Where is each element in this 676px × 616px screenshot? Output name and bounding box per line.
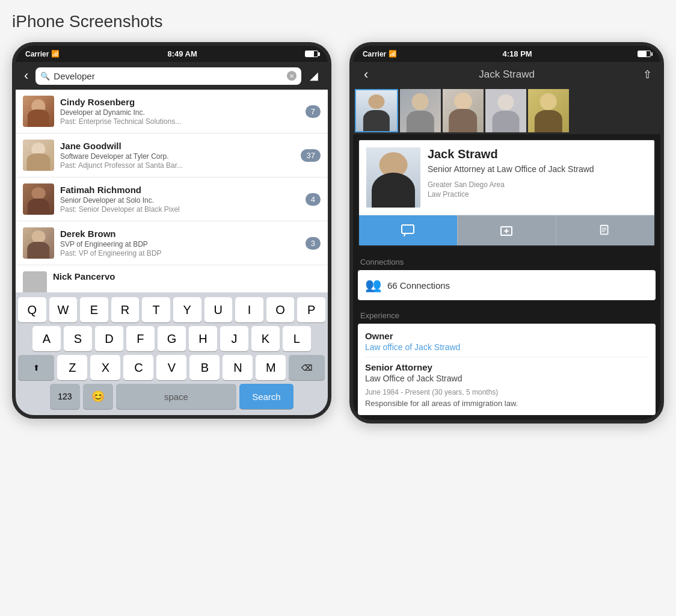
connection-badge-jane: 37 <box>301 149 320 162</box>
contact-name-nick: Nick Pancervo <box>53 271 321 282</box>
search-input-value[interactable]: Developer <box>54 71 283 81</box>
status-bar-2: Carrier 📶 4:18 PM <box>353 46 660 62</box>
contact-title-derek: SVP of Engineering at BDP <box>60 240 300 248</box>
key-k[interactable]: K <box>251 326 280 351</box>
profile-info-main: Jack Strawd Senior Attorney at Law Offic… <box>428 147 647 208</box>
keyboard-row-4: 123 😊 space Search <box>18 384 325 409</box>
search-key[interactable]: Search <box>239 384 293 409</box>
key-e[interactable]: E <box>80 297 108 322</box>
contact-info-nick: Nick Pancervo <box>53 271 321 283</box>
photo-thumb-3[interactable] <box>443 89 484 132</box>
exp-date-2: June 1984 - Present (30 years, 5 months) <box>365 388 648 396</box>
exp-company-suffix-1: of Jack Strawd <box>403 342 461 352</box>
iphone-profile-screen: Carrier 📶 4:18 PM ‹ Jack Strawd ⇧ <box>349 42 664 424</box>
connections-icon: 👥 <box>365 277 381 293</box>
status-bar-1: Carrier 📶 8:49 AM <box>16 46 328 62</box>
key-d[interactable]: D <box>95 326 123 351</box>
contact-item-jane[interactable]: Jane Goodwill Software Developer at Tyle… <box>16 134 328 177</box>
key-t[interactable]: T <box>142 297 170 322</box>
contact-info-derek: Derek Brown SVP of Engineering at BDP Pa… <box>60 229 300 257</box>
key-f[interactable]: F <box>126 326 155 351</box>
filter-icon[interactable]: ◢ <box>306 67 322 85</box>
edit-action-button[interactable] <box>556 215 654 245</box>
search-field-wrapper[interactable]: 🔍 Developer ✕ <box>35 67 301 85</box>
photo-thumb-1[interactable] <box>355 89 398 132</box>
num-key[interactable]: 123 <box>50 384 80 409</box>
key-w[interactable]: W <box>49 297 78 322</box>
photo-thumb-2[interactable] <box>400 89 441 132</box>
add-action-button[interactable] <box>457 215 556 245</box>
photo-thumb-4[interactable] <box>485 89 526 132</box>
key-x[interactable]: X <box>90 355 120 380</box>
key-z[interactable]: Z <box>57 355 87 380</box>
key-n[interactable]: N <box>223 355 253 380</box>
keyboard-row-1: Q W E R T Y U I O P <box>18 297 325 322</box>
contact-name-fatimah: Fatimah Richmond <box>60 185 300 195</box>
contact-info-cindy: Cindy Rosenberg Developer at Dynamic Inc… <box>60 97 300 126</box>
contact-past-fatimah: Past: Senior Developer at Black Pixel <box>60 205 300 214</box>
key-a[interactable]: A <box>32 326 61 351</box>
status-battery-2 <box>638 51 651 57</box>
key-v[interactable]: V <box>156 355 186 380</box>
experience-section-label: Experience <box>353 305 660 324</box>
key-l[interactable]: L <box>283 326 311 351</box>
connections-card[interactable]: 👥 66 Connections <box>358 270 656 300</box>
profile-photo-main <box>366 147 420 208</box>
avatar-cindy <box>23 96 54 127</box>
shift-key[interactable]: ⬆ <box>18 355 54 380</box>
status-time-2: 4:18 PM <box>503 49 532 58</box>
back-button-2[interactable]: ‹ <box>361 67 370 82</box>
profile-name: Jack Strawd <box>428 147 647 161</box>
key-m[interactable]: M <box>256 355 286 380</box>
key-y[interactable]: Y <box>173 297 201 322</box>
avatar-jane <box>23 140 54 171</box>
avatar-nick <box>23 271 47 292</box>
exp-title-1: Owner <box>365 331 648 341</box>
profile-card-top: Jack Strawd Senior Attorney at Law Offic… <box>359 140 654 215</box>
profile-nav-title: Jack Strawd <box>479 69 535 81</box>
contact-past-derek: Past: VP of Engineering at BDP <box>60 249 300 257</box>
space-key[interactable]: space <box>116 384 236 409</box>
keyboard-row-3: ⬆ Z X C V B N M ⌫ <box>18 355 325 380</box>
contact-info-fatimah: Fatimah Richmond Senior Developer at Sol… <box>60 185 300 214</box>
contact-item-fatimah[interactable]: Fatimah Richmond Senior Developer at Sol… <box>16 177 328 221</box>
key-c[interactable]: C <box>123 355 153 380</box>
back-button-1[interactable]: ‹ <box>22 68 31 84</box>
contact-title-jane: Software Developer at Tyler Corp. <box>60 152 295 161</box>
exp-desc-2: Responsible for all areas of immigration… <box>365 399 648 408</box>
profile-job-title: Senior Attorney at Law Office of Jack St… <box>428 164 647 176</box>
key-o[interactable]: O <box>266 297 295 322</box>
delete-key[interactable]: ⌫ <box>289 355 325 380</box>
contact-title-fatimah: Senior Developer at Solo Inc. <box>60 196 300 205</box>
key-u[interactable]: U <box>204 297 233 322</box>
contact-name-jane: Jane Goodwill <box>60 141 295 151</box>
key-q[interactable]: Q <box>18 297 46 322</box>
connections-count: 66 Connections <box>387 280 450 291</box>
contact-item-derek[interactable]: Derek Brown SVP of Engineering at BDP Pa… <box>16 221 328 265</box>
key-j[interactable]: J <box>220 326 248 351</box>
share-button[interactable]: ⇧ <box>643 68 652 81</box>
wifi-icon-1: 📶 <box>51 50 60 58</box>
key-g[interactable]: G <box>158 326 186 351</box>
contact-item-cindy[interactable]: Cindy Rosenberg Developer at Dynamic Inc… <box>16 90 328 134</box>
contact-past-cindy: Past: Enterprise Technical Solutions... <box>60 117 300 126</box>
key-i[interactable]: I <box>235 297 263 322</box>
connection-badge-derek: 3 <box>306 237 321 250</box>
message-action-button[interactable] <box>359 215 457 245</box>
key-s[interactable]: S <box>64 326 92 351</box>
profile-card-actions <box>359 215 654 245</box>
connections-section-label: Connections <box>353 251 660 270</box>
page-title: iPhone Screenshots <box>12 12 664 31</box>
contact-list: Cindy Rosenberg Developer at Dynamic Inc… <box>16 90 328 292</box>
clear-search-button[interactable]: ✕ <box>287 71 297 81</box>
contact-item-nick-partial[interactable]: Nick Pancervo <box>16 265 328 292</box>
contact-name-derek: Derek Brown <box>60 229 300 239</box>
key-h[interactable]: H <box>189 326 217 351</box>
connection-badge-fatimah: 4 <box>306 193 321 206</box>
status-carrier-1: Carrier 📶 <box>25 50 60 58</box>
photo-thumb-5[interactable] <box>528 89 569 132</box>
key-b[interactable]: B <box>189 355 220 380</box>
key-p[interactable]: P <box>297 297 325 322</box>
key-r[interactable]: R <box>111 297 140 322</box>
emoji-key[interactable]: 😊 <box>83 384 113 409</box>
